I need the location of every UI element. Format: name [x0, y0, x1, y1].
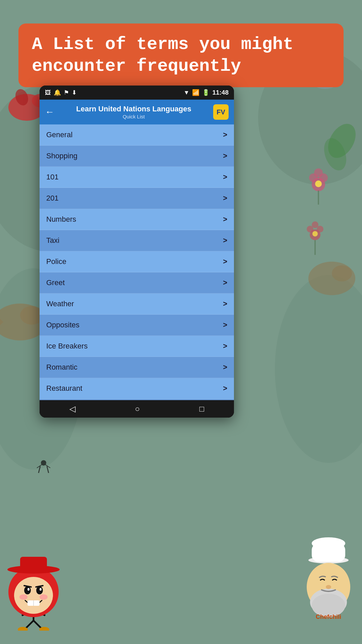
status-right-icons: ▼ 📶 🔋 11:48	[184, 89, 229, 96]
svg-point-18	[332, 265, 352, 281]
mascot-right: Chefchili	[295, 537, 362, 631]
header-subtitle: Quick List	[60, 114, 208, 119]
flag-icon: ⚑	[64, 89, 69, 96]
list-item-label: Numbers	[46, 215, 76, 224]
list-item-arrow: >	[223, 278, 227, 287]
svg-rect-53	[20, 557, 47, 571]
nav-recents-button[interactable]: □	[199, 404, 204, 414]
app-logo: FV	[213, 104, 229, 120]
svg-point-56	[36, 586, 43, 594]
list-item-label: Weather	[46, 300, 74, 308]
wifi-icon: ▼	[184, 89, 190, 96]
list-item-label: Restaurant	[46, 384, 82, 393]
top-banner: A List of terms you might encounter freq…	[18, 23, 344, 87]
list-item-arrow: >	[223, 321, 227, 329]
list-item[interactable]: Restaurant>	[40, 378, 234, 399]
back-button[interactable]: ←	[45, 107, 54, 117]
list-item-label: 201	[46, 194, 59, 203]
svg-point-55	[24, 586, 31, 594]
list-item-arrow: >	[223, 342, 227, 351]
list-item-label: Taxi	[46, 236, 59, 245]
svg-point-71	[326, 585, 331, 589]
list-item-arrow: >	[223, 194, 227, 203]
list-item[interactable]: Greet>	[40, 272, 234, 293]
list-item-arrow: >	[223, 384, 227, 393]
svg-text:Chefchili: Chefchili	[316, 613, 341, 620]
banner-text: A List of terms you might encounter freq…	[32, 34, 330, 77]
list-item[interactable]: Romantic>	[40, 357, 234, 378]
nav-back-button[interactable]: ◁	[69, 404, 75, 414]
svg-point-54	[14, 577, 53, 614]
svg-point-33	[312, 231, 318, 236]
list-item-label: General	[46, 130, 72, 139]
svg-point-57	[27, 588, 29, 591]
mascot-left	[0, 543, 67, 631]
svg-point-62	[40, 594, 48, 600]
list-item-arrow: >	[223, 215, 227, 224]
nav-home-button[interactable]: ○	[135, 404, 140, 414]
status-bar: 🖼 🔔 ⚑ ⬇ ▼ 📶 🔋 11:48	[40, 86, 234, 100]
list-item[interactable]: Police>	[40, 251, 234, 272]
svg-line-45	[25, 621, 34, 629]
phone-device: 🖼 🔔 ⚑ ⬇ ▼ 📶 🔋 11:48 ← Learn United Natio…	[40, 86, 234, 418]
svg-point-32	[312, 221, 318, 228]
image-icon: 🖼	[45, 89, 51, 96]
list-item-label: Shopping	[46, 152, 77, 160]
list-container: General>Shopping>101>201>Numbers>Taxi>Po…	[40, 124, 234, 400]
status-time: 11:48	[212, 89, 229, 96]
list-item-label: Ice Breakers	[46, 342, 88, 351]
svg-point-27	[314, 168, 323, 177]
header-text: Learn United Nations Languages Quick Lis…	[60, 105, 208, 119]
list-item-label: Romantic	[46, 363, 77, 372]
list-item-arrow: >	[223, 236, 227, 245]
list-item[interactable]: 101>	[40, 167, 234, 188]
svg-point-28	[315, 180, 322, 187]
list-item[interactable]: Weather>	[40, 293, 234, 315]
svg-point-61	[19, 594, 27, 600]
svg-line-46	[34, 621, 42, 629]
signal-icon: 📶	[192, 89, 199, 96]
list-item-arrow: >	[223, 300, 227, 308]
list-item-label: Opposites	[46, 321, 79, 329]
list-item[interactable]: Ice Breakers>	[40, 336, 234, 357]
mascot-right-svg: Chefchili	[295, 537, 362, 631]
list-item-arrow: >	[223, 152, 227, 160]
status-left-icons: 🖼 🔔 ⚑ ⬇	[45, 89, 77, 96]
list-item[interactable]: Numbers>	[40, 209, 234, 230]
mascot-left-svg	[0, 543, 67, 631]
list-item[interactable]: General>	[40, 124, 234, 146]
svg-point-67	[312, 537, 345, 549]
app-header: ← Learn United Nations Languages Quick L…	[40, 100, 234, 124]
list-item-arrow: >	[223, 130, 227, 139]
bottom-nav: ◁ ○ □	[40, 400, 234, 418]
list-item-label: 101	[46, 173, 59, 181]
list-item-label: Police	[46, 257, 66, 266]
list-item[interactable]: Shopping>	[40, 146, 234, 167]
header-title: Learn United Nations Languages	[60, 105, 208, 113]
notification-icon: 🔔	[54, 89, 61, 96]
svg-point-58	[40, 588, 42, 591]
list-item-arrow: >	[223, 173, 227, 181]
list-item-label: Greet	[46, 278, 65, 287]
list-item[interactable]: 201>	[40, 188, 234, 209]
battery-icon: 🔋	[202, 89, 209, 96]
list-item[interactable]: Opposites>	[40, 315, 234, 336]
list-item-arrow: >	[223, 257, 227, 266]
list-item[interactable]: Taxi>	[40, 230, 234, 251]
list-item-arrow: >	[223, 363, 227, 372]
download-icon: ⬇	[72, 89, 77, 96]
